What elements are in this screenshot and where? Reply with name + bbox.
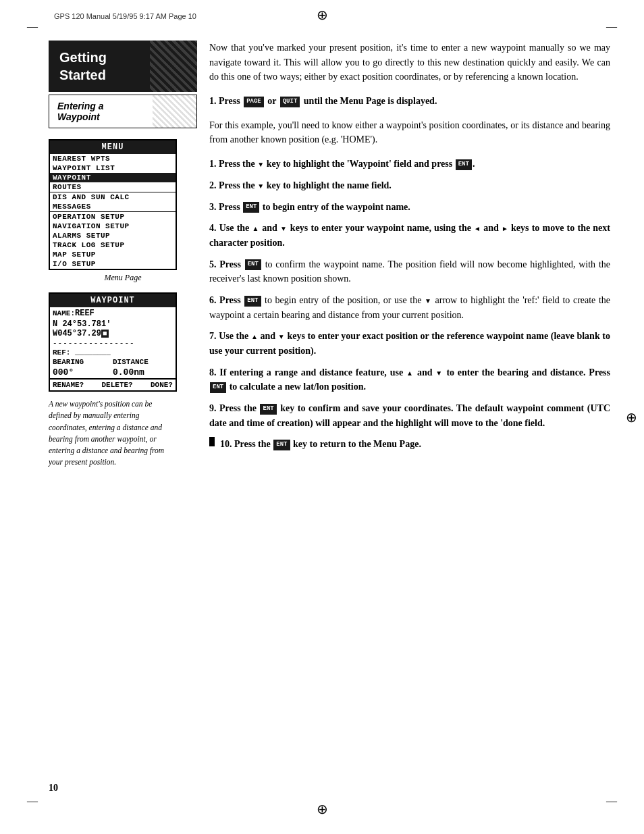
crosshair-top: ⊕ (317, 7, 328, 23)
crop-mark-bl: — (27, 795, 38, 807)
step-first-or: or (267, 96, 278, 106)
step-1-text: 1. Press the key to highlight the 'Waypo… (209, 159, 475, 169)
entering-waypoint-title: Entering aWaypoint (57, 101, 103, 122)
btn-ent-1: ENT (456, 159, 472, 170)
menu-table: MENU NEAREST WPTS WAYPOINT LIST WAYPOINT… (49, 139, 177, 270)
step-6: 6. Press ENT to begin entry of the posit… (209, 293, 610, 322)
step-4-text: 4. Use the and keys to enter your waypoi… (209, 223, 610, 248)
step-6-normal: to begin entry of the position, or use t… (209, 295, 610, 320)
btn-ent-9: ENT (260, 404, 276, 415)
sidebar: GettingStarted Entering aWaypoint MENU N… (49, 41, 197, 469)
menu-title: MENU (50, 140, 176, 154)
menu-item-waypoint: WAYPOINT (50, 173, 176, 182)
wp-rename: RENAME? (53, 381, 84, 389)
step-3-text: 3. Press ENT to begin entry of the waypo… (209, 202, 410, 212)
step-10-text: 10. Press the ENT key to return to the M… (220, 437, 421, 452)
step-2: 2. Press the key to highlight the name f… (209, 178, 610, 193)
wp-dotline: ---------------- (50, 338, 176, 348)
wp-name-label: NAME: (53, 309, 75, 317)
step-5-normal: to confirm the waypoint name. The positi… (209, 259, 610, 284)
wp-title: WAYPOINT (50, 294, 176, 307)
step-2-text: 2. Press the key to highlight the name f… (209, 180, 392, 190)
wp-done: DONE? (151, 381, 173, 389)
step-7: 7. Use the and keys to enter your exact … (209, 329, 610, 358)
menu-item-nearest: NEAREST WPTS (50, 154, 176, 163)
btn-page: PAGE (244, 97, 264, 107)
wp-bearing-label: BEARING (53, 358, 113, 366)
step-8: 8. If entering a range and distance feat… (209, 365, 610, 394)
wp-ref: REF: ________ (50, 348, 176, 357)
wp-ref-value: ________ (75, 348, 111, 357)
step-10: 10. Press the ENT key to return to the M… (209, 437, 610, 452)
step-10-marker (209, 437, 215, 446)
step-5: 5. Press ENT to confirm the waypoint nam… (209, 257, 610, 286)
wp-bearing-row: BEARING DISTANCE (50, 357, 176, 367)
menu-item-tracklog: TRACK LOG SETUP (50, 240, 176, 250)
btn-ent-10: ENT (273, 440, 290, 450)
menu-item-map: MAP SETUP (50, 250, 176, 259)
sidebar-caption: A new waypoint's position can be defined… (49, 398, 167, 469)
btn-ent-8: ENT (210, 382, 226, 393)
wp-ref-label: REF: (53, 348, 75, 357)
btn-ent-6: ENT (244, 296, 261, 307)
step-1: 1. Press the key to highlight the 'Waypo… (209, 157, 610, 172)
step-5-text: 5. Press ENT (209, 259, 262, 269)
wp-bearing-value: 000° (53, 367, 113, 377)
menu-item-waypoint-list: WAYPOINT LIST (50, 163, 176, 173)
intro-paragraph: Now that you've marked your present posi… (209, 41, 610, 84)
entering-waypoint-box: Entering aWaypoint (49, 95, 197, 128)
wp-bearing-vals: 000° 0.00nm (50, 367, 176, 378)
getting-started-title: GettingStarted (59, 50, 107, 82)
crop-mark-tl: — (27, 20, 38, 32)
page-header: GPS 120 Manual 5/19/95 9:17 AM Page 10 (54, 12, 196, 20)
step-9: 9. Press the ENT key to confirm and save… (209, 401, 610, 430)
menu-item-dis: DIS AND SUN CALC (50, 192, 176, 202)
step-first-prefix: 1. Press (209, 96, 242, 106)
wp-coord2: W045°37.29■ (50, 329, 176, 338)
menu-item-navigation: NAVIGATION SETUP (50, 221, 176, 231)
step-first-suffix: until the Menu Page is displayed. (304, 96, 437, 106)
menu-item-messages: MESSAGES (50, 202, 176, 211)
btn-quit: QUIT (280, 97, 300, 107)
wp-coord1: N 24°53.781' (50, 319, 176, 329)
menu-item-routes: ROUTES (50, 182, 176, 192)
menu-item-operation: OPERATION SETUP (50, 212, 176, 221)
step-7-text: 7. Use the and keys to enter your exact … (209, 331, 610, 356)
crosshair-bottom: ⊕ (317, 801, 328, 817)
step-3: 3. Press ENT to begin entry of the waypo… (209, 200, 610, 215)
wp-name: NAME:REEF (50, 307, 176, 319)
page-number: 10 (49, 783, 58, 793)
step-8-text: 8. If entering a range and distance feat… (209, 367, 610, 392)
menu-item-alarms: ALARMS SETUP (50, 231, 176, 240)
crosshair-right: ⊕ (626, 409, 637, 425)
btn-ent-3: ENT (243, 202, 259, 213)
wp-delete: DELETE? (101, 381, 132, 389)
crop-mark-tr: — (606, 20, 617, 32)
getting-started-box: GettingStarted (49, 41, 197, 92)
steps-list: 1. Press the key to highlight the 'Waypo… (209, 157, 610, 452)
menu-item-io: I/O SETUP (50, 259, 176, 269)
wp-coord2-end: ■ (101, 330, 109, 338)
main-content: Now that you've marked your present posi… (209, 41, 610, 459)
step-6-text: 6. Press ENT (209, 295, 262, 305)
step-4: 4. Use the and keys to enter your waypoi… (209, 221, 610, 250)
step-first: 1. Press PAGE or QUIT until the Menu Pag… (209, 94, 610, 109)
wp-actions: RENAME? DELETE? DONE? (50, 379, 176, 390)
wp-distance-value: 0.00nm (113, 367, 173, 377)
crop-mark-br: — (606, 795, 617, 807)
wp-distance-label: DISTANCE (113, 358, 173, 366)
waypoint-display: WAYPOINT NAME:REEF N 24°53.781' W045°37.… (49, 292, 177, 392)
example-text: For this example, you'll need to know ei… (209, 118, 610, 147)
wp-coord2-val: W045°37.29 (53, 329, 101, 338)
btn-ent-5: ENT (245, 259, 261, 270)
menu-caption: Menu Page (49, 273, 197, 283)
wp-name-value: REEF (75, 309, 95, 318)
step-9-text: 9. Press the ENT key to confirm and save… (209, 403, 610, 428)
